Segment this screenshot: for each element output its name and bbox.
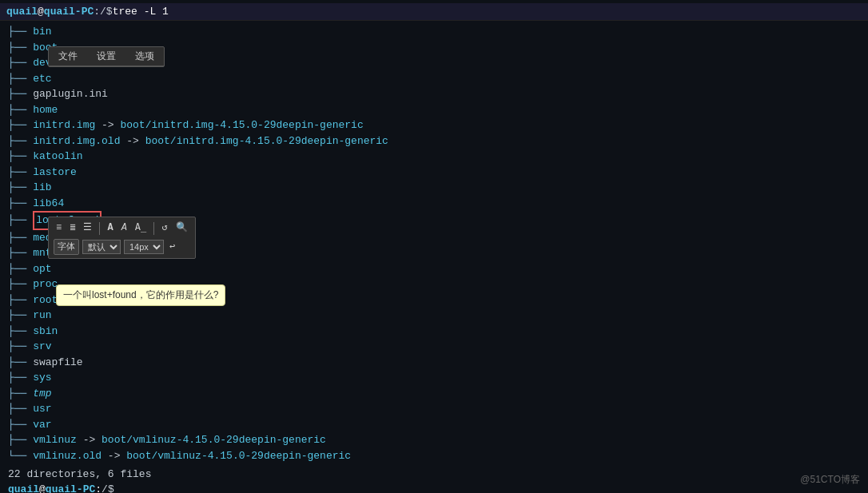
summary-line: 22 directories, 6 files [8,467,860,483]
tree-line-home: ├── home [8,102,860,118]
toolbar-divider-1 [99,222,100,235]
tree-line-var: ├── var [8,417,860,433]
tree-line-bin: ├── bin [8,24,860,40]
tree-line-katoolin: ├── katoolin [8,149,860,165]
tree-line-tmp: ├── tmp [8,386,860,402]
find-icon[interactable]: 🔍 [173,221,190,236]
prompt-end-dollar: $ [108,483,121,494]
title-command: tree -L 1 [113,6,169,18]
tree-line-initrd: ├── initrd.img -> boot/initrd.img-4.15.0… [8,117,860,133]
font-select[interactable]: 默认 [82,240,121,254]
balloon-tooltip: 一个叫lost+found，它的作用是什么? [56,284,225,306]
prompt-end-at: @ [39,483,46,494]
tree-line-vmlinuz-old: └── vmlinuz.old -> boot/vmlinuz-4.15.0-2… [8,448,860,464]
tree-line-sys: ├── sys [8,370,860,386]
prompt-end-host: quail-PC [46,483,95,494]
title-user: quail [6,6,38,18]
tree-line-swapfile: ├── swapfile [8,355,860,371]
size-select[interactable]: 14px [124,240,164,254]
reset-format-icon[interactable]: ↩ [167,240,177,255]
toolbar-row-1: ≡ ≣ ☰ A A A̲ ↺ 🔍 [54,221,190,236]
context-menu-file[interactable]: 文件 [49,47,87,66]
align-right-icon[interactable]: ☰ [81,221,94,236]
tree-line-usr: ├── usr [8,401,860,417]
tree-line-lib: ├── lib [8,180,860,196]
editor-toolbar[interactable]: ≡ ≣ ☰ A A A̲ ↺ 🔍 字体 默认 14px ↩ [48,217,196,259]
text-format-icon[interactable]: A̲ [133,221,149,236]
context-menu-options[interactable]: 选项 [125,47,164,66]
title-bar: quail@quail-PC:/$ tree -L 1 [0,3,868,21]
prompt-end-user: quail [8,483,39,494]
title-at: @ [38,6,44,18]
tree-line-lastore: ├── lastore [8,165,860,181]
title-host: quail-PC [44,6,94,18]
title-colon: :/ [94,6,106,18]
font-label: 字体 [54,239,79,255]
toolbar-divider-2 [153,222,154,235]
tree-line-vmlinuz: ├── vmlinuz -> boot/vmlinuz-4.15.0-29dee… [8,432,860,448]
toolbar-row-2: 字体 默认 14px ↩ [54,239,190,255]
terminal-window: quail@quail-PC:/$ tree -L 1 文件 设置 选项 ├──… [0,0,868,493]
tree-line-lib64: ├── lib64 [8,196,860,212]
italic-icon[interactable]: A [119,221,129,236]
tree-line-sbin: ├── sbin [8,324,860,340]
prompt-end-path: / [102,483,108,494]
cursor-blink: _ [120,483,126,494]
align-left-icon[interactable]: ≡ [54,221,64,236]
tree-line-srv: ├── srv [8,339,860,355]
context-menu-settings[interactable]: 设置 [87,47,125,66]
undo-icon[interactable]: ↺ [159,221,169,236]
prompt-end-colon: : [95,483,102,494]
title-dollar: $ [106,6,113,18]
tree-line-initrd-old: ├── initrd.img.old -> boot/initrd.img-4.… [8,133,860,149]
context-menu-row: 文件 设置 选项 [49,47,164,66]
tree-line-run: ├── run [8,308,860,324]
align-center-icon[interactable]: ≣ [67,221,78,236]
tree-line-gaplugin: ├── gaplugin.ini [8,86,860,102]
terminal-content: ├── bin ├── boot ├── dev ├── etc ├── gap… [0,21,868,493]
watermark: @51CTO博客 [800,473,860,487]
tree-line-etc: ├── etc [8,71,860,87]
bold-icon[interactable]: A [105,221,115,236]
tree-line-opt: ├── opt [8,261,860,277]
context-menu[interactable]: 文件 设置 选项 [48,46,165,67]
prompt-end-line: quail@quail-PC:/$ _ [8,483,860,494]
